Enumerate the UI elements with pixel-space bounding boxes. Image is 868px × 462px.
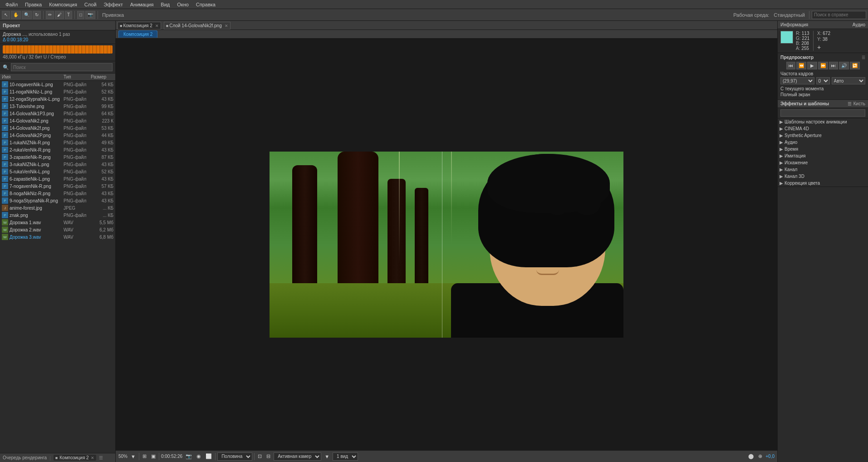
file-item[interactable]: P 14-GolovaNik2P.png PNG-файл 44 КБ [0, 132, 115, 139]
preview-audio-btn[interactable]: 🔊 [839, 62, 849, 69]
file-size: ... КБ [91, 206, 113, 211]
tool-select[interactable]: ↖ [2, 11, 10, 19]
menu-effect[interactable]: Эффект [100, 2, 127, 7]
effects-search[interactable] [780, 109, 865, 117]
tool-shape[interactable]: □ [77, 11, 84, 19]
menu-composition[interactable]: Композиция [45, 2, 81, 7]
preview-grid-btn[interactable]: ⊞ [141, 453, 148, 459]
comp2-tab-label[interactable]: Композиция 2 [123, 23, 152, 28]
file-item[interactable]: P 13-Tulovishe.png PNG-файл 99 КБ [0, 103, 115, 110]
layer-tab-label[interactable]: Слой 14-GolovaNik2f.png [169, 23, 221, 28]
tool-text[interactable]: T [65, 11, 72, 19]
comp-settings-icon[interactable]: ☰ [99, 455, 103, 460]
project-search-input[interactable] [11, 63, 113, 71]
menu-layer[interactable]: Слой [81, 2, 100, 7]
file-item[interactable]: W Дорожка 3.wav WAV 6,8 Мб [0, 233, 115, 241]
tool-camera[interactable]: 📷 [85, 11, 95, 19]
tool-rotate[interactable]: ↻ [33, 11, 41, 19]
effect-item[interactable]: ▶ Synthetic Aperture [778, 132, 868, 139]
file-item[interactable]: P 1-rukaNIZNik-R.png PNG-файл 49 КБ [0, 139, 115, 146]
effect-name: Коррекция цвета [785, 181, 820, 186]
effect-item[interactable]: ▶ Время [778, 146, 868, 152]
brush-label: Кисть [853, 101, 865, 106]
effect-item[interactable]: ▶ Канал 3D [778, 173, 868, 180]
preview-render-btn[interactable]: ⬤ [747, 453, 755, 459]
preview-toggle-btn[interactable]: ⊡ [256, 453, 263, 459]
controls-divider-4 [254, 453, 255, 460]
effect-item[interactable]: ▶ Аудио [778, 139, 868, 146]
tool-hand[interactable]: ✋ [11, 11, 21, 19]
quality-select[interactable]: Половина [217, 452, 252, 461]
render-queue-tab[interactable]: Очередь рендеринга [3, 455, 47, 460]
skip-select[interactable]: 0 [816, 77, 830, 84]
effect-item[interactable]: ▶ Коррекция цвета [778, 180, 868, 187]
menu-file[interactable]: Файл [2, 2, 21, 7]
comp-tab-label[interactable]: Композиция 2 [59, 455, 88, 460]
audio-info: 48,000 кГц / 32 бит U / Стерео [3, 54, 113, 59]
file-size: 6,2 Мб [91, 227, 113, 232]
effect-item[interactable]: ▶ CINEMA 4D [778, 125, 868, 132]
preview-next-btn[interactable]: ⏭ [829, 62, 838, 69]
tool-pen[interactable]: ✏ [46, 11, 54, 19]
file-type-icon: P [2, 110, 8, 117]
file-item[interactable]: P 10-nogavenNik-L.png PNG-файл 54 КБ [0, 81, 115, 88]
file-item[interactable]: P 2-rukaVenNik-R.png PNG-файл 43 КБ [0, 146, 115, 153]
tool-zoom[interactable]: 🔍 [22, 11, 32, 19]
active-comp-tab[interactable]: Композиция 2 [118, 30, 157, 38]
effects-menu[interactable]: ☰ [848, 101, 852, 106]
file-item[interactable]: J anime-forest.jpg JPEG ... КБ [0, 204, 115, 211]
file-item[interactable]: P 8-nogaNikNiz-R.png PNG-файл 43 КБ [0, 190, 115, 197]
comp-tab-small[interactable]: ■ [55, 456, 58, 460]
effect-item[interactable]: ▶ Шаблоны настроек анимации [778, 118, 868, 125]
preview-camera-btn[interactable]: 📷 [184, 453, 193, 459]
file-item[interactable]: P znak.png PNG-файл ... КБ [0, 211, 115, 219]
file-item[interactable]: P 3-rukaNIZNik-L.png PNG-файл 43 КБ [0, 161, 115, 168]
menu-view[interactable]: Вид [157, 2, 173, 7]
comp-tab-close-icon[interactable]: ✕ [91, 456, 94, 460]
preview-loop-btn[interactable]: 🔁 [850, 62, 860, 69]
preview-safe-btn[interactable]: ▣ [150, 453, 157, 459]
effects-section: Эффекты и шаблоны ☰ Кисть ▶ Шаблоны наст… [778, 100, 868, 187]
menu-animation[interactable]: Анимация [127, 2, 157, 7]
preview-settings-menu[interactable]: ☰ [862, 55, 865, 60]
file-item[interactable]: W Дорожка 1.wav WAV 5,5 Мб [0, 219, 115, 226]
effect-item[interactable]: ▶ Канал [778, 166, 868, 173]
file-item[interactable]: P 14-GolovaNik2.png PNG-файл 223 К [0, 117, 115, 124]
camera-select[interactable]: Активная камер [274, 452, 321, 461]
comp2-close-icon[interactable]: ✕ [155, 24, 159, 28]
file-item[interactable]: P 3-zapastieNik-R.png PNG-файл 87 КБ [0, 153, 115, 161]
preview-prev-btn[interactable]: ⏮ [786, 62, 795, 69]
resolution-select[interactable]: Авто [832, 77, 866, 84]
preview-dropdown-camera[interactable]: ▼ [323, 454, 331, 459]
zoom-dropdown-btn[interactable]: ▼ [129, 454, 137, 459]
file-item[interactable]: P 14-GolovaNik2f.png PNG-файл 53 КБ [0, 124, 115, 132]
file-item[interactable]: P 9-nogaStypnaNik-R.png PNG-файл 43 КБ [0, 197, 115, 204]
file-item[interactable]: P 6-zapastieNik-L.png PNG-файл 43 КБ [0, 175, 115, 182]
file-item[interactable]: P 11-nogaNikNiz-L.png PNG-файл 52 КБ [0, 88, 115, 95]
preview-rewind-btn[interactable]: ⏪ [796, 62, 806, 69]
menu-help[interactable]: Справка [192, 2, 219, 7]
preview-play-btn[interactable]: ▶ [807, 62, 817, 69]
preview-channels-btn[interactable]: ⊟ [265, 453, 272, 459]
menu-window[interactable]: Окно [173, 2, 192, 7]
file-item[interactable]: P 7-nogavenNik-R.png PNG-файл 57 КБ [0, 182, 115, 190]
file-item[interactable]: P 5-rukaVenNik-L.png PNG-файл 52 КБ [0, 168, 115, 175]
effect-item[interactable]: ▶ Имитация [778, 152, 868, 159]
effect-item[interactable]: ▶ Искажение [778, 159, 868, 166]
from-moment-btn[interactable]: С текущего момента [780, 86, 865, 92]
file-item[interactable]: P 12-nogaStypnaNik-L.png PNG-файл 43 КБ [0, 95, 115, 103]
file-item[interactable]: W Дорожка 2.wav WAV 6,2 Мб [0, 226, 115, 233]
preview-extra-btn[interactable]: ⊕ [757, 453, 764, 459]
preview-transparency-btn[interactable]: ⬜ [204, 453, 213, 459]
fullscreen-btn[interactable]: Полный экран [780, 92, 865, 98]
file-item[interactable]: P 14-GolovaNik1P3.png PNG-файл 64 КБ [0, 110, 115, 117]
layer-tab-close-icon[interactable]: ✕ [225, 24, 228, 28]
preview-forward-btn[interactable]: ⏩ [818, 62, 828, 69]
tool-brush[interactable]: 🖌 [55, 11, 64, 19]
views-select[interactable]: 1 вид [333, 452, 358, 461]
fps-select[interactable]: (29,97) [780, 77, 814, 84]
file-type-icon: P [2, 103, 8, 109]
preview-solo-btn[interactable]: ◉ [195, 453, 202, 459]
search-input[interactable] [812, 11, 866, 19]
menu-edit[interactable]: Правка [21, 2, 45, 7]
